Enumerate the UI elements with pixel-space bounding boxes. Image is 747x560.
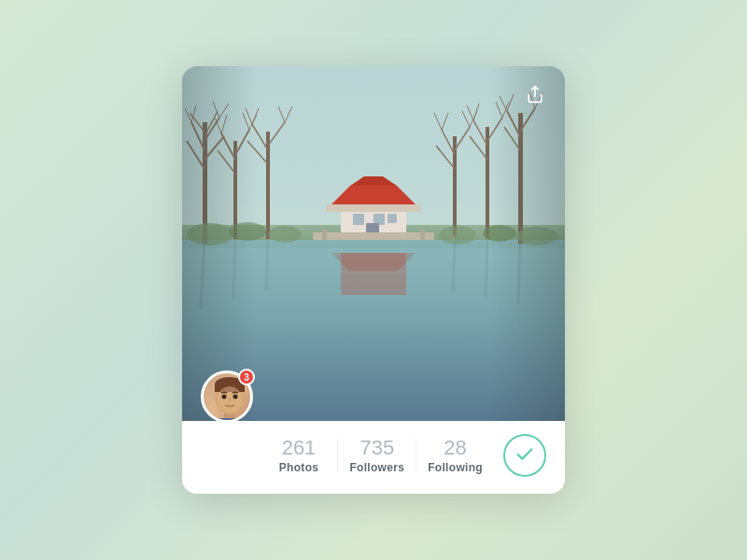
svg-rect-7 [353, 214, 364, 225]
checkmark-icon [514, 444, 535, 468]
svg-point-93 [222, 395, 227, 399]
share-button[interactable] [520, 79, 550, 109]
photos-count: 261 [282, 438, 317, 458]
svg-point-94 [233, 395, 238, 399]
following-label: Following [428, 461, 483, 474]
following-stat: 28 Following [423, 438, 488, 474]
follow-button[interactable] [503, 434, 546, 477]
svg-rect-12 [322, 230, 327, 241]
landscape-scene [182, 66, 565, 421]
svg-point-51 [268, 226, 302, 243]
svg-point-78 [439, 226, 476, 245]
avatar-wrapper: 3 [201, 371, 253, 421]
followers-count: 735 [359, 438, 394, 458]
svg-rect-86 [490, 66, 565, 421]
followers-label: Followers [349, 461, 404, 474]
photos-stat: 261 Photos [266, 438, 331, 474]
svg-rect-11 [313, 232, 434, 240]
stat-divider-2 [416, 439, 416, 472]
svg-rect-95 [211, 418, 248, 421]
notification-badge: 3 [238, 369, 255, 385]
followers-stat: 735 Followers [345, 438, 410, 474]
stats-bar: 261 Photos 735 Followers 28 Following [182, 421, 565, 494]
profile-card: 3 261 Photos 735 Followers 28 Following [182, 66, 565, 494]
svg-rect-9 [388, 214, 397, 223]
photos-label: Photos [279, 461, 318, 474]
svg-rect-13 [420, 230, 425, 241]
cover-image: 3 [182, 66, 565, 421]
following-count: 28 [444, 438, 466, 458]
svg-rect-4 [327, 204, 420, 212]
svg-rect-85 [182, 66, 257, 421]
stat-divider-1 [337, 439, 338, 472]
